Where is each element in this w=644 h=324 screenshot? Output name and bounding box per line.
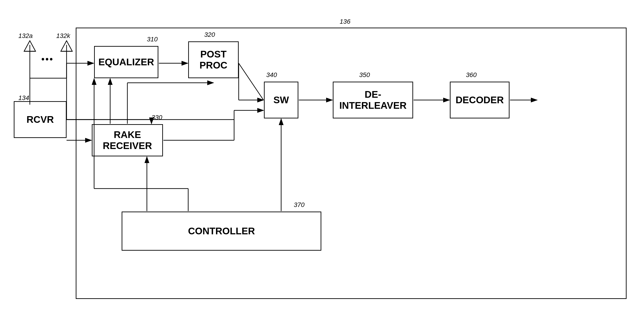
rake-block: RAKE RECEIVER — [92, 124, 163, 156]
rake-label: RAKE RECEIVER — [103, 129, 152, 151]
rcvr-block: RCVR — [14, 101, 66, 138]
deinterleaver-block: DE- INTERLEAVER — [333, 82, 413, 118]
antenna-a — [23, 40, 37, 53]
ref-320: 320 — [204, 31, 215, 38]
sw-block: SW — [264, 82, 298, 118]
ref-134: 134 — [18, 94, 29, 102]
antenna-a-icon — [23, 40, 37, 53]
decoder-label: DECODER — [456, 94, 504, 106]
diagram-container: 136 132a 132k ••• 134 RCVR 310 320 330 3… — [4, 14, 638, 313]
antenna-k-icon — [60, 40, 74, 53]
ref-330: 330 — [152, 114, 162, 121]
antenna-k — [60, 40, 74, 53]
sw-label: SW — [273, 94, 289, 106]
ref-310: 310 — [147, 36, 158, 43]
ref-340: 340 — [266, 71, 277, 79]
ref-136: 136 — [340, 18, 350, 25]
controller-label: CONTROLLER — [188, 226, 255, 237]
postproc-label: POST PROC — [200, 49, 227, 71]
postproc-block: POST PROC — [188, 41, 239, 78]
main-box — [76, 28, 626, 299]
dots-separator: ••• — [41, 54, 54, 64]
ref-350: 350 — [359, 71, 370, 79]
equalizer-block: EQUALIZER — [94, 46, 158, 78]
ref-132k: 132k — [56, 32, 70, 40]
ref-370: 370 — [294, 201, 304, 209]
rcvr-label: RCVR — [26, 114, 54, 125]
equalizer-label: EQUALIZER — [98, 57, 154, 68]
controller-block: CONTROLLER — [122, 212, 321, 251]
decoder-block: DECODER — [450, 82, 510, 118]
deinterleaver-label: DE- INTERLEAVER — [339, 89, 406, 111]
ref-360: 360 — [466, 71, 477, 79]
ref-132a: 132a — [18, 32, 32, 40]
